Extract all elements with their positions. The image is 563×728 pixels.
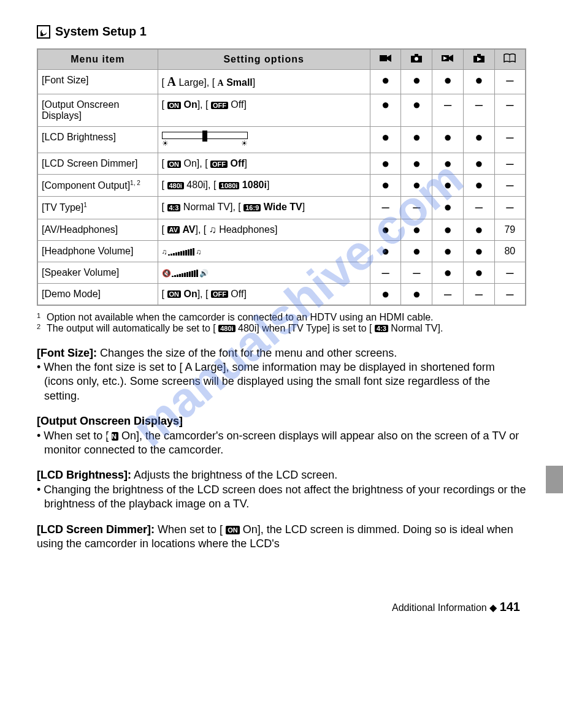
availability-cell: –: [432, 283, 464, 305]
availability-cell: ●: [463, 153, 494, 175]
settings-table: Menu item Setting options [Font Size][ A…: [37, 48, 526, 306]
setting-options-cell: [ ON On], [ OFF Off]: [158, 153, 370, 175]
table-row: [Headphone Volume]♫ ♫●●●●80: [37, 240, 526, 262]
menu-item-cell: [TV Type]1: [37, 197, 158, 219]
setting-options-cell: [ ON On], [ OFF Off]: [158, 94, 370, 127]
setting-options-cell: ☀☀: [158, 127, 370, 153]
desc-lcd-brightness: [LCD Brightness]: Adjusts the brightness…: [37, 468, 526, 511]
setting-options-cell: [ A Large], [ A Small]: [158, 70, 370, 94]
availability-cell: –: [370, 197, 401, 219]
availability-cell: ●: [401, 70, 432, 94]
video-play-icon: [432, 49, 464, 70]
availability-cell: ●: [432, 262, 464, 283]
setting-options-cell: [ AV AV], [ ♫ Headphones]: [158, 219, 370, 240]
table-row: [Demo Mode][ ON On], [ OFF Off]●●–––: [37, 283, 526, 305]
table-row: [Speaker Volume]🔇 🔊––●●–: [37, 262, 526, 283]
photo-play-icon: [463, 49, 494, 70]
availability-cell: ●: [401, 283, 432, 305]
availability-cell: –: [494, 127, 526, 153]
setting-options-cell: 🔇 🔊: [158, 262, 370, 283]
setting-options-cell: [ 480i 480i], [ 1080i 1080i]: [158, 175, 370, 197]
availability-cell: ●: [432, 175, 464, 197]
header-setting-options: Setting options: [158, 49, 370, 70]
availability-cell: –: [494, 197, 526, 219]
video-camera-icon: [370, 49, 401, 70]
desc-font-size: [Font Size]: Changes the size of the fon…: [37, 346, 526, 404]
desc-lcd-dimmer: [LCD Screen Dimmer]: When set to [ ON On…: [37, 523, 526, 552]
availability-cell: ●: [370, 70, 401, 94]
availability-cell: ●: [463, 175, 494, 197]
availability-cell: ●: [370, 175, 401, 197]
menu-item-cell: [Output Onscreen Displays]: [37, 94, 158, 127]
availability-cell: –: [370, 262, 401, 283]
table-row: [Component Output]1, 2[ 480i 480i], [ 10…: [37, 175, 526, 197]
table-row: [AV/Headphones][ AV AV], [ ♫ Headphones]…: [37, 219, 526, 240]
availability-cell: ●: [370, 219, 401, 240]
availability-cell: ●: [432, 127, 464, 153]
camera-icon: [401, 49, 432, 70]
availability-cell: –: [494, 262, 526, 283]
table-row: [LCD Brightness]☀☀●●●●–: [37, 127, 526, 153]
svg-rect-2: [415, 54, 418, 56]
availability-cell: –: [432, 94, 464, 127]
menu-item-cell: [AV/Headphones]: [37, 219, 158, 240]
availability-cell: ●: [463, 127, 494, 153]
wrench-icon: [37, 25, 50, 39]
availability-cell: ●: [432, 153, 464, 175]
footnote-1-marker: 1: [37, 312, 47, 323]
availability-cell: ●: [370, 240, 401, 262]
availability-cell: ●: [432, 219, 464, 240]
availability-cell: –: [463, 283, 494, 305]
footnote-1-text: Option not available when the camcorder …: [47, 312, 443, 323]
availability-cell: ●: [370, 127, 401, 153]
page-footer: Additional Information ◆ 141: [37, 600, 526, 614]
table-row: [TV Type]1[ 4:3 Normal TV], [ 16:9 Wide …: [37, 197, 526, 219]
availability-cell: ●: [463, 70, 494, 94]
availability-cell: –: [494, 153, 526, 175]
page-title: System Setup 1: [55, 25, 147, 39]
availability-cell: ●: [432, 197, 464, 219]
availability-cell: –: [494, 70, 526, 94]
availability-cell: ●: [401, 94, 432, 127]
availability-cell: –: [494, 283, 526, 305]
setting-options-cell: ♫ ♫: [158, 240, 370, 262]
availability-cell: ●: [463, 240, 494, 262]
footnote-2-marker: 2: [37, 323, 47, 334]
availability-cell: ●: [370, 283, 401, 305]
book-icon: [494, 49, 526, 70]
availability-cell: –: [463, 94, 494, 127]
availability-cell: ●: [432, 240, 464, 262]
menu-item-cell: [Component Output]1, 2: [37, 175, 158, 197]
availability-cell: ●: [463, 219, 494, 240]
availability-cell: –: [463, 197, 494, 219]
svg-point-3: [415, 57, 418, 61]
availability-cell: 79: [494, 219, 526, 240]
footnote-2-text: The output will automatically be set to …: [47, 323, 443, 334]
availability-cell: –: [494, 94, 526, 127]
side-tab: [546, 466, 563, 493]
menu-item-cell: [Headphone Volume]: [37, 240, 158, 262]
desc-output-onscreen: [Output Onscreen Displays] • When set to…: [37, 414, 526, 457]
availability-cell: ●: [401, 219, 432, 240]
availability-cell: ●: [370, 153, 401, 175]
availability-cell: ●: [401, 127, 432, 153]
header-menu-item: Menu item: [37, 49, 158, 70]
availability-cell: ●: [370, 94, 401, 127]
menu-item-cell: [LCD Brightness]: [37, 127, 158, 153]
menu-item-cell: [Font Size]: [37, 70, 158, 94]
availability-cell: ●: [401, 240, 432, 262]
availability-cell: ●: [432, 70, 464, 94]
table-row: [LCD Screen Dimmer][ ON On], [ OFF Off]●…: [37, 153, 526, 175]
availability-cell: –: [494, 175, 526, 197]
setting-options-cell: [ ON On], [ OFF Off]: [158, 283, 370, 305]
availability-cell: 80: [494, 240, 526, 262]
setting-options-cell: [ 4:3 Normal TV], [ 16:9 Wide TV]: [158, 197, 370, 219]
availability-cell: ●: [401, 153, 432, 175]
availability-cell: ●: [463, 262, 494, 283]
menu-item-cell: [LCD Screen Dimmer]: [37, 153, 158, 175]
availability-cell: –: [401, 262, 432, 283]
footnotes: 1 Option not available when the camcorde…: [37, 312, 526, 334]
availability-cell: –: [401, 197, 432, 219]
availability-cell: ●: [401, 175, 432, 197]
svg-rect-6: [477, 54, 481, 56]
